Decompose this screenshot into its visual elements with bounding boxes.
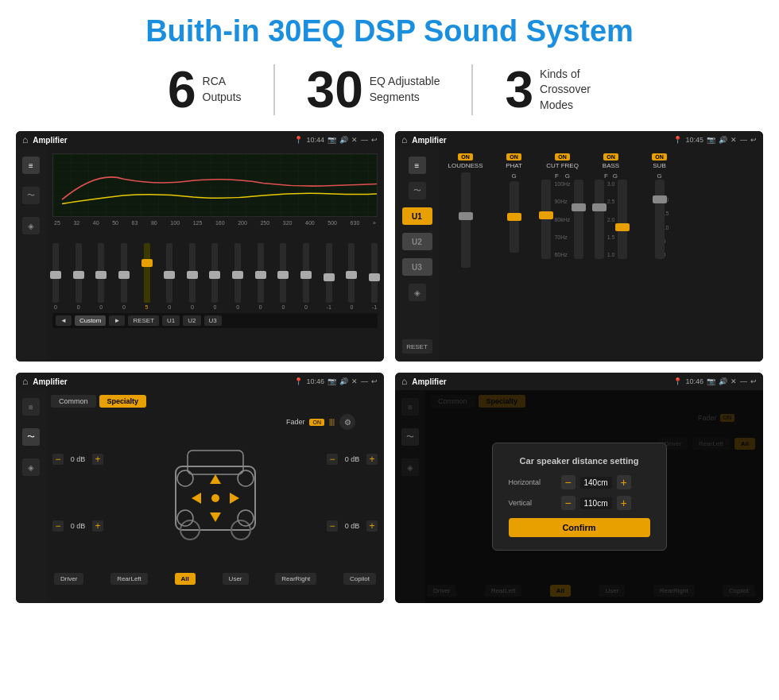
svg-marker-10 bbox=[210, 474, 221, 484]
driver-btn[interactable]: Driver bbox=[54, 573, 83, 585]
eq-curve-svg bbox=[53, 154, 377, 216]
eq-icon-3[interactable]: ≡ bbox=[22, 398, 40, 416]
location-icon-2: 📍 bbox=[673, 136, 682, 144]
eq-slider-1[interactable]: 0 bbox=[76, 243, 82, 310]
wave-icon[interactable]: 〜 bbox=[22, 187, 40, 204]
fl-db-minus[interactable]: − bbox=[52, 454, 64, 465]
confirm-button[interactable]: Confirm bbox=[509, 518, 650, 537]
bass-slider-f[interactable] bbox=[595, 180, 604, 259]
wave-icon-2[interactable]: 〜 bbox=[409, 182, 426, 199]
fader-label-row: Fader ON ||| ⚙ bbox=[51, 414, 379, 430]
rearright-btn[interactable]: RearRight bbox=[275, 573, 316, 585]
eq-slider-11[interactable]: 0 bbox=[303, 243, 309, 310]
svg-marker-13 bbox=[230, 493, 239, 504]
fr-db-minus[interactable]: − bbox=[327, 454, 338, 465]
fl-db-plus[interactable]: + bbox=[92, 454, 103, 465]
sub-on[interactable]: ON bbox=[652, 153, 667, 160]
loudness-on[interactable]: ON bbox=[458, 153, 473, 160]
fader-on-badge[interactable]: ON bbox=[309, 419, 324, 426]
eq-slider-3[interactable]: 0 bbox=[121, 243, 127, 310]
speaker-icon[interactable]: ◈ bbox=[22, 217, 40, 234]
dialog-overlay: Car speaker distance setting Horizontal … bbox=[395, 390, 763, 603]
speaker-icon-2[interactable]: ◈ bbox=[409, 284, 426, 301]
back-icon-3[interactable]: ↩ bbox=[371, 377, 378, 385]
rl-db-minus[interactable]: − bbox=[52, 520, 64, 532]
rr-db-val: 0 dB bbox=[341, 522, 363, 530]
u3-channel-btn[interactable]: U3 bbox=[402, 258, 432, 276]
cutfreq-slider-f[interactable] bbox=[541, 180, 551, 259]
eq-slider-8[interactable]: 0 bbox=[234, 243, 241, 310]
back-icon-2[interactable]: ↩ bbox=[750, 136, 757, 144]
volume-icon-3: 🔊 bbox=[339, 377, 348, 385]
svg-point-6 bbox=[238, 470, 254, 486]
horizontal-row: Horizontal − 140cm + bbox=[509, 475, 650, 489]
bass-section: ON BASS FG 3.02.52.01.51.0 bbox=[589, 153, 633, 357]
crossover-reset-btn[interactable]: RESET bbox=[402, 339, 432, 354]
fr-db-val: 0 dB bbox=[341, 455, 363, 463]
eq-icon-2[interactable]: ≡ bbox=[409, 157, 426, 174]
specialty-tab[interactable]: Specialty bbox=[99, 395, 147, 408]
eq-slider-9[interactable]: 0 bbox=[258, 243, 264, 310]
eq-slider-13[interactable]: 0 bbox=[348, 243, 355, 310]
bass-slider-g[interactable] bbox=[618, 180, 627, 259]
rr-db-minus[interactable]: − bbox=[327, 520, 338, 532]
cutfreq-slider-g[interactable] bbox=[574, 180, 583, 259]
time-3: 10:46 bbox=[306, 377, 324, 385]
cutfreq-on[interactable]: ON bbox=[555, 153, 570, 160]
eq-slider-6[interactable]: 0 bbox=[189, 243, 196, 310]
home-icon-3[interactable]: ⌂ bbox=[22, 376, 28, 387]
loudness-slider[interactable] bbox=[461, 172, 471, 268]
eq-slider-14[interactable]: -1 bbox=[371, 243, 378, 310]
u2-channel-btn[interactable]: U2 bbox=[402, 233, 432, 250]
eq-slider-12[interactable]: -1 bbox=[326, 243, 332, 310]
eq-next-btn[interactable]: ► bbox=[109, 315, 125, 326]
user-btn[interactable]: User bbox=[223, 573, 249, 585]
common-tab[interactable]: Common bbox=[51, 395, 96, 408]
speaker-icon-3[interactable]: ◈ bbox=[22, 458, 40, 476]
eq-icon[interactable]: ≡ bbox=[22, 157, 40, 174]
all-btn[interactable]: All bbox=[175, 573, 196, 585]
back-icon[interactable]: ↩ bbox=[371, 136, 378, 144]
fr-db-plus[interactable]: + bbox=[366, 454, 378, 465]
eq-preset-label: Custom bbox=[75, 315, 107, 326]
horizontal-plus[interactable]: + bbox=[617, 475, 631, 489]
fader-settings-icon[interactable]: ⚙ bbox=[339, 414, 355, 430]
minimize-icon-2: — bbox=[740, 136, 747, 144]
back-icon-4[interactable]: ↩ bbox=[750, 377, 757, 385]
eq-slider-5[interactable]: 0 bbox=[166, 243, 172, 310]
rearleft-btn[interactable]: RearLeft bbox=[110, 573, 148, 585]
eq-u2-btn[interactable]: U2 bbox=[183, 315, 200, 326]
eq-prev-btn[interactable]: ◄ bbox=[56, 315, 72, 326]
stat-eq: 30 EQ AdjustableSegments bbox=[275, 64, 474, 115]
location-icon-4: 📍 bbox=[673, 377, 682, 385]
screen-fader: ⌂ Amplifier 📍 10:46 📷 🔊 ✕ — ↩ ≡ 〜 ◈ Comm… bbox=[16, 373, 384, 603]
eq-slider-0[interactable]: 0 bbox=[52, 243, 59, 310]
phat-on[interactable]: ON bbox=[506, 153, 521, 160]
u1-channel-btn[interactable]: U1 bbox=[402, 207, 432, 225]
eq-slider-7[interactable]: 0 bbox=[211, 243, 218, 310]
stat-crossover: 3 Kinds ofCrossover Modes bbox=[473, 64, 643, 115]
phat-slider[interactable] bbox=[510, 181, 519, 253]
camera-icon: 📷 bbox=[327, 136, 336, 144]
sub-slider[interactable] bbox=[655, 180, 665, 259]
home-icon-2[interactable]: ⌂ bbox=[401, 134, 407, 145]
rr-db-plus[interactable]: + bbox=[366, 520, 378, 532]
home-icon[interactable]: ⌂ bbox=[22, 134, 28, 145]
eq-slider-10[interactable]: 0 bbox=[280, 243, 286, 310]
eq-slider-4[interactable]: 5 bbox=[144, 243, 150, 310]
vertical-plus[interactable]: + bbox=[617, 496, 631, 510]
eq-u3-btn[interactable]: U3 bbox=[204, 315, 222, 326]
eq-slider-2[interactable]: 0 bbox=[98, 243, 104, 310]
eq-u1-btn[interactable]: U1 bbox=[162, 315, 180, 326]
bass-on[interactable]: ON bbox=[603, 153, 618, 160]
copilot-btn[interactable]: Copilot bbox=[343, 573, 376, 585]
volume-icon-2: 🔊 bbox=[719, 136, 727, 144]
horizontal-minus[interactable]: − bbox=[561, 475, 576, 489]
eq-reset-btn[interactable]: RESET bbox=[128, 315, 159, 326]
rl-db-plus[interactable]: + bbox=[92, 520, 103, 532]
horizontal-value: 140cm bbox=[580, 477, 612, 489]
topbar-icons-3: 📍 10:46 📷 🔊 ✕ — ↩ bbox=[294, 377, 378, 385]
wave-icon-3[interactable]: 〜 bbox=[22, 428, 40, 446]
home-icon-4[interactable]: ⌂ bbox=[401, 376, 407, 387]
vertical-minus[interactable]: − bbox=[561, 496, 576, 510]
